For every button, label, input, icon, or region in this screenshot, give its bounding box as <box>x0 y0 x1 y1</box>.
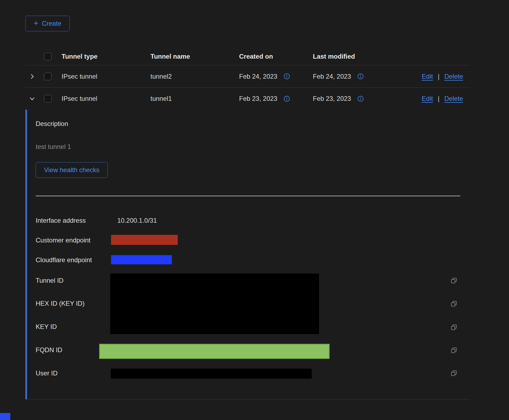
cloudflare-endpoint-label: Cloudflare endpoint <box>36 256 92 264</box>
tunnel-name-cell: tunnel2 <box>146 73 235 80</box>
tunnel-type-cell: IPsec tunnel <box>57 95 146 102</box>
action-separator: | <box>438 95 439 102</box>
create-button-label: Create <box>42 20 61 27</box>
hex-id-label: HEX ID (KEY ID) <box>36 299 85 308</box>
tunnel-details-panel: Description test tunnel 1 View health ch… <box>25 110 470 399</box>
copy-icon[interactable] <box>450 324 458 331</box>
tunnel-id-redaction <box>110 274 319 334</box>
info-circle-icon[interactable] <box>357 95 364 102</box>
customer-endpoint-label: Customer endpoint <box>36 236 91 244</box>
delete-link[interactable]: Delete <box>444 73 463 80</box>
created-on-cell: Feb 23, 2023 <box>239 95 277 102</box>
fqdn-id-label: FQDN ID <box>36 346 62 354</box>
customer-endpoint-redaction <box>111 235 178 245</box>
interface-address-value: 10.200.1.0/31 <box>117 216 157 225</box>
user-id-label: User ID <box>36 369 58 377</box>
tunnel-id-label: Tunnel ID <box>36 276 63 285</box>
cloudflare-endpoint-redaction <box>111 255 172 264</box>
row-checkbox[interactable] <box>44 95 52 102</box>
header-tunnel-type: Tunnel type <box>57 53 146 60</box>
description-value: test tunnel 1 <box>36 143 71 151</box>
row-checkbox[interactable] <box>44 73 52 80</box>
view-health-checks-button[interactable]: View health checks <box>36 162 108 178</box>
tunnel-name-cell: tunnel1 <box>146 95 235 102</box>
table-row: IPsec tunnel tunnel2 Feb 24, 2023 Feb 24… <box>25 65 470 88</box>
user-id-redaction <box>111 369 312 379</box>
edit-link[interactable]: Edit <box>422 73 433 80</box>
fqdn-id-redaction <box>99 344 330 359</box>
description-label: Description <box>36 120 68 128</box>
header-created-on: Created on <box>235 53 313 60</box>
header-last-modified: Last modified <box>313 53 402 60</box>
last-modified-cell: Feb 24, 2023 <box>313 73 351 80</box>
tunnels-page: + Create Tunnel type Tunnel name Created… <box>0 0 509 420</box>
copy-icon[interactable] <box>450 300 458 308</box>
info-circle-icon[interactable] <box>283 73 290 80</box>
action-separator: | <box>438 73 439 80</box>
table-row: IPsec tunnel tunnel1 Feb 23, 2023 Feb 23… <box>25 88 470 110</box>
created-on-cell: Feb 24, 2023 <box>239 73 277 80</box>
create-button[interactable]: + Create <box>25 16 70 31</box>
section-divider <box>36 196 460 196</box>
info-circle-icon[interactable] <box>357 73 364 80</box>
delete-link[interactable]: Delete <box>444 95 463 102</box>
copy-icon[interactable] <box>450 369 458 377</box>
header-tunnel-name: Tunnel name <box>146 53 235 60</box>
select-all-checkbox[interactable] <box>44 53 52 60</box>
tunnels-table: Tunnel type Tunnel name Created on Last … <box>25 48 470 110</box>
copy-icon[interactable] <box>450 346 458 354</box>
last-modified-cell: Feb 23, 2023 <box>313 95 351 102</box>
plus-icon: + <box>34 19 38 27</box>
edit-link[interactable]: Edit <box>422 95 433 102</box>
bottom-corner-widget <box>0 413 10 420</box>
info-circle-icon[interactable] <box>283 95 290 102</box>
key-id-label: KEY ID <box>36 323 57 331</box>
chevron-right-icon[interactable] <box>28 72 36 81</box>
table-header-row: Tunnel type Tunnel name Created on Last … <box>25 48 470 65</box>
panel-accent-bar <box>25 110 27 399</box>
chevron-down-icon[interactable] <box>28 95 36 103</box>
interface-address-label: Interface address <box>36 216 86 225</box>
tunnel-type-cell: IPsec tunnel <box>57 73 146 80</box>
copy-icon[interactable] <box>450 277 458 284</box>
